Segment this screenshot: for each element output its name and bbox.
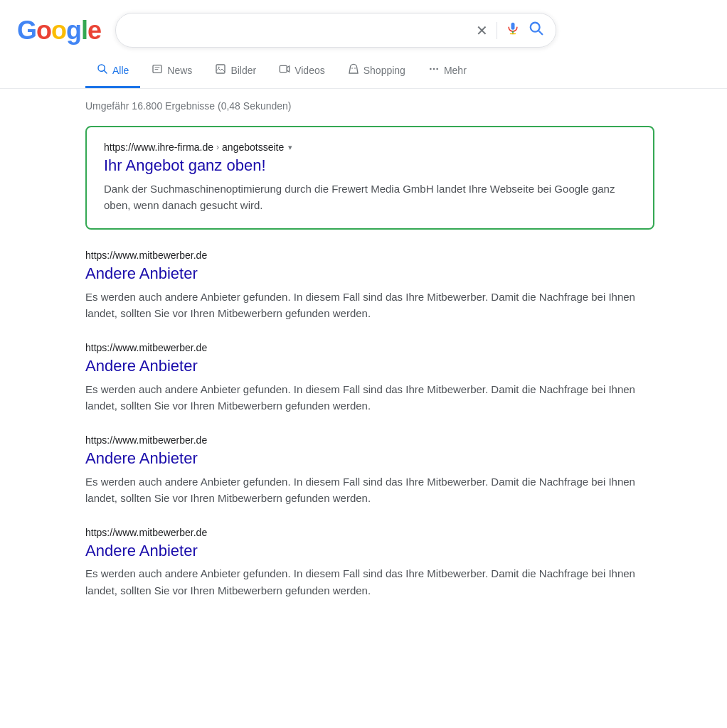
result-items-container: https://www.mitbewerber.de Andere Anbiet…: [85, 250, 710, 599]
result-description: Es werden auch andere Anbieter gefunden.…: [85, 289, 654, 322]
url-arrow: ›: [216, 142, 219, 152]
tab-alle-label: Alle: [112, 65, 129, 76]
mehr-icon: [428, 63, 440, 77]
svg-line-6: [104, 70, 107, 73]
svg-line-4: [538, 31, 542, 34]
results-area: Umgefähr 16.800 Ergebnisse (0,48 Sekunde…: [0, 89, 727, 631]
tab-bilder[interactable]: Bilder: [203, 55, 267, 88]
svg-point-17: [436, 68, 438, 70]
result-description: Es werden auch andere Anbieter gefunden.…: [85, 473, 654, 507]
result-title[interactable]: Andere Anbieter: [85, 356, 654, 377]
featured-result-title[interactable]: Ihr Angebot ganz oben!: [104, 156, 636, 176]
alle-icon: [97, 63, 108, 77]
svg-point-15: [430, 68, 432, 70]
tab-mehr[interactable]: Mehr: [417, 55, 478, 88]
featured-url: https://www.ihre-firma.de › angebotsseit…: [104, 141, 636, 153]
result-title[interactable]: Andere Anbieter: [85, 541, 654, 562]
svg-rect-10: [216, 65, 225, 73]
results-stats: Umgefähr 16.800 Ergebnisse (0,48 Sekunde…: [85, 100, 710, 112]
result-url: https://www.mitbewerber.de: [85, 527, 654, 538]
result-title[interactable]: Andere Anbieter: [85, 264, 654, 284]
news-icon: [152, 63, 163, 77]
svg-point-16: [433, 68, 435, 70]
header: Google Ihr Angebot wird gesucht ✕: [0, 0, 727, 55]
result-item: https://www.mitbewerber.de Andere Anbiet…: [85, 250, 654, 322]
search-submit-icon[interactable]: [529, 21, 544, 40]
divider: [497, 22, 497, 39]
svg-rect-0: [511, 23, 515, 30]
result-url: https://www.mitbewerber.de: [85, 434, 654, 446]
svg-rect-7: [153, 65, 161, 73]
svg-point-11: [218, 67, 220, 68]
shopping-icon: [348, 63, 359, 77]
clear-search-icon[interactable]: ✕: [476, 22, 488, 39]
result-description: Es werden auch andere Anbieter gefunden.…: [85, 565, 654, 599]
search-bar: Ihr Angebot wird gesucht ✕: [115, 13, 556, 48]
microphone-icon[interactable]: [506, 21, 520, 39]
result-item: https://www.mitbewerber.de Andere Anbiet…: [85, 527, 654, 599]
search-tabs: Alle News Bilder Videos: [0, 55, 727, 89]
videos-icon: [279, 63, 290, 77]
result-title[interactable]: Andere Anbieter: [85, 449, 654, 469]
result-url: https://www.mitbewerber.de: [85, 250, 654, 261]
tab-bilder-label: Bilder: [230, 65, 256, 76]
search-input[interactable]: Ihr Angebot wird gesucht: [127, 23, 469, 38]
tab-shopping[interactable]: Shopping: [336, 55, 417, 88]
bilder-icon: [215, 63, 226, 77]
result-description: Es werden auch andere Anbieter gefunden.…: [85, 381, 654, 414]
tab-mehr-label: Mehr: [444, 65, 467, 76]
tab-shopping-label: Shopping: [364, 65, 405, 76]
tab-videos-label: Videos: [294, 65, 325, 76]
result-item: https://www.mitbewerber.de Andere Anbiet…: [85, 434, 654, 507]
result-item: https://www.mitbewerber.de Andere Anbiet…: [85, 342, 654, 414]
google-logo[interactable]: Google: [17, 16, 101, 46]
tab-videos[interactable]: Videos: [267, 55, 336, 88]
result-url: https://www.mitbewerber.de: [85, 342, 654, 353]
tab-news[interactable]: News: [140, 55, 203, 88]
svg-rect-12: [280, 65, 287, 72]
featured-result-description: Dank der Suchmaschinenoptimierung durch …: [104, 181, 636, 214]
tab-alle[interactable]: Alle: [85, 55, 140, 88]
url-dropdown-icon[interactable]: ▾: [288, 143, 292, 152]
featured-result: https://www.ihre-firma.de › angebotsseit…: [85, 126, 654, 230]
tab-news-label: News: [167, 65, 192, 76]
